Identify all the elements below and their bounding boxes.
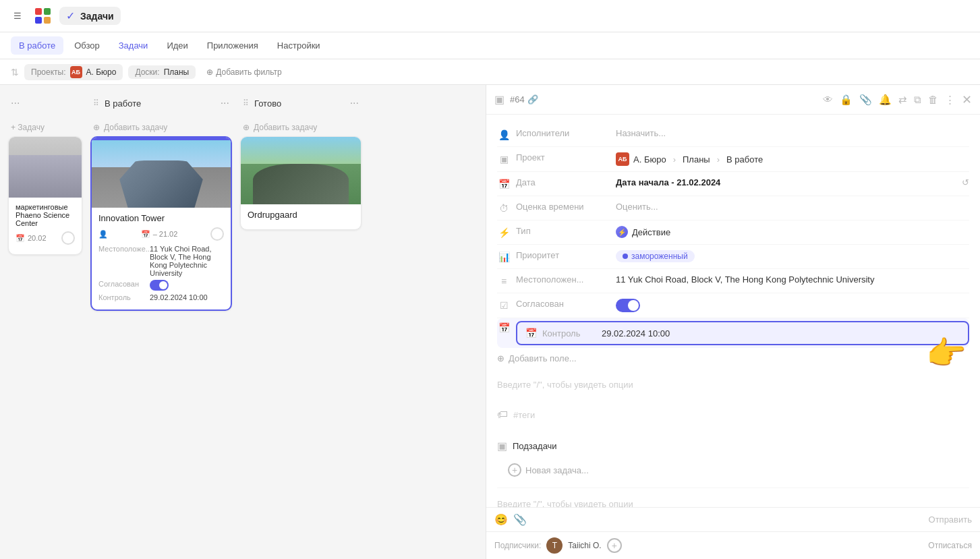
topbar: ☰ ✓ Задачи [0,0,980,32]
column-inwork: ⠿ В работе ··· ⊕ Добавить задачу Innovat… [90,93,232,551]
task-partial-complete[interactable] [61,231,75,245]
navtabs: В работе Обзор Задачи Идеи Приложения На… [0,32,980,59]
app-grid-icon[interactable] [35,8,51,24]
tab-overview[interactable]: Обзор [66,36,108,55]
rp-comment-area: 😊 📎 Отправить [486,507,980,531]
project-field-value[interactable]: АБ А. Бюро › Планы › В работе [616,152,969,166]
card-partial-image [9,137,82,198]
card-agreed-toggle[interactable] [150,280,169,291]
bell-icon[interactable]: 🔔 [879,94,892,106]
paperclip-icon[interactable]: 📎 [859,94,872,106]
card-innovation[interactable]: Innovation Tower 👤 📅 – 21.02 Местоположе… [90,136,232,311]
priority-value[interactable]: замороженный [616,250,969,262]
agreed-value[interactable] [616,299,969,312]
type-value[interactable]: ⚡ Действие [616,226,969,238]
card-innovation-body: Innovation Tower 👤 📅 – 21.02 Местоположе… [92,208,231,310]
agreed-icon: ☑ [497,300,511,311]
control-field[interactable]: 📅 Контроль 29.02.2024 10:00 [516,321,969,345]
project-name: А. Бюро [633,154,666,165]
filterbar: ⇅ Проекты: АБ А. Бюро Доски: Планы ⊕ Доб… [0,59,980,85]
tab-apps[interactable]: Приложения [199,36,266,55]
card-innovation-location-row: Местоположе... 11 Yuk Choi Road, Block V… [98,245,224,277]
trash-icon[interactable]: 🗑 [928,94,938,105]
tag-icon: 🏷 [497,409,508,421]
add-filter-button[interactable]: ⊕ Добавить фильтр [201,65,287,79]
column-done-title: ⠿ Готово [243,98,281,109]
location-value[interactable]: 11 Yuk Choi Road, Block V, The Hong Kong… [616,274,969,285]
board-filter-value: Планы [164,67,190,77]
toggle-knob [159,281,167,289]
column-done-more[interactable]: ··· [350,97,359,109]
rp-task-id: #64 🔗 [510,94,538,105]
more-icon[interactable]: ⋮ [945,94,955,106]
rp-placeholder-1[interactable]: Введите "/", чтобы увидеть опции [497,369,969,401]
agreed-toggle-sm[interactable] [150,280,169,291]
tab-inwork[interactable]: В работе [11,36,63,55]
add-task-done[interactable]: ⊕ Добавить задачу [240,119,362,136]
subtasks-header: ▣ Подзадачи [497,434,969,458]
assignees-label: Исполнители [516,128,610,138]
card-ordrup[interactable]: Ordrupgaard [240,136,362,230]
add-field-button[interactable]: ⊕ Добавить поле... [497,348,969,369]
tab-settings[interactable]: Настройки [269,36,328,55]
copy-icon[interactable]: ⧉ [914,94,921,106]
subtasks-label: Подзадачи [513,441,557,451]
board-filter[interactable]: Доски: Планы [128,65,196,79]
timeest-value[interactable]: Оценить... [616,202,969,212]
filter-sort-icon[interactable]: ⇅ [11,67,19,78]
right-panel: 👉 ▣ #64 🔗 👁 🔒 📎 🔔 ⇄ ⧉ 🗑 ⋮ ✕ [486,85,980,559]
share-icon[interactable]: ⇄ [898,94,907,106]
agreed-toggle-lg[interactable] [616,299,640,312]
add-task-partial[interactable]: + Задачу [8,119,82,136]
link-icon[interactable]: 🔗 [527,94,538,105]
tab-tasks[interactable]: Задачи [111,36,156,55]
rp-toolbar: ▣ #64 🔗 👁 🔒 📎 🔔 ⇄ ⧉ 🗑 ⋮ ✕ [486,85,980,115]
add-subscriber-button[interactable]: + [607,538,622,553]
control-icon: 📅 [497,322,511,333]
tab-ideas[interactable]: Идеи [158,36,196,55]
rp-priority-row: 📊 Приоритет замороженный [497,245,969,269]
control-label: Контроль [542,328,596,339]
location-icon: ≡ [497,276,511,287]
column-inwork-more[interactable]: ··· [221,97,229,109]
project-filter[interactable]: Проекты: АБ А. Бюро [24,64,123,80]
rp-toolbar-left: ▣ #64 🔗 [494,93,817,106]
add-filter-plus-icon: ⊕ [206,67,213,77]
add-task-inwork[interactable]: ⊕ Добавить задачу [90,119,232,136]
task-innovation-complete[interactable] [210,227,224,241]
frozen-dot [623,254,628,259]
subtasks-section: ▣ Подзадачи + Новая задача... [497,429,969,488]
card-agreed-label: Согласован [98,280,146,291]
close-icon[interactable]: ✕ [962,92,972,107]
tags-label[interactable]: #теги [513,410,535,420]
card-partial[interactable]: маркетинговые Phaeno Science Center 📅 20… [8,136,82,255]
card-ordrup-body: Ordrupgaard [241,204,361,229]
attach-icon[interactable]: 📎 [513,513,527,526]
add-task-inwork-label: Добавить задачу [104,123,167,132]
date-refresh-icon[interactable]: ↺ [962,177,969,187]
unsubscribe-button[interactable]: Отписаться [928,541,972,550]
column-handle-icon: ⠿ [93,98,99,108]
app-title-section[interactable]: ✓ Задачи [59,7,121,25]
column-partial-header: ··· [8,93,82,113]
emoji-icon[interactable]: 😊 [494,513,508,526]
rp-placeholder-2[interactable]: Введите "/", чтобы увидеть опции [497,488,969,507]
eye-icon[interactable]: 👁 [823,94,833,105]
type-icon: ⚡ [497,227,511,238]
assignees-value[interactable]: Назначить... [616,128,969,138]
calendar-icon: 📅 [16,234,25,243]
type-label: Тип [516,226,610,236]
menu-icon[interactable]: ☰ [8,7,27,26]
column-done-handle: ⠿ [243,98,249,108]
add-task-done-label: Добавить задачу [254,123,317,132]
date-field-label: Дата [516,177,610,187]
card-innovation-image [92,140,231,208]
date-field-value[interactable]: Дата начала - 21.02.2024 [616,177,956,187]
comment-send-button[interactable]: Отправить [929,514,972,525]
control-cal-icon: 📅 [525,328,537,339]
column-partial-more[interactable]: ··· [11,97,20,109]
new-task-button[interactable]: + Новая задача... [497,458,969,482]
control-value: 29.02.2024 10:00 [602,328,670,339]
frozen-badge: замороженный [616,250,695,262]
lock-icon[interactable]: 🔒 [840,94,853,106]
